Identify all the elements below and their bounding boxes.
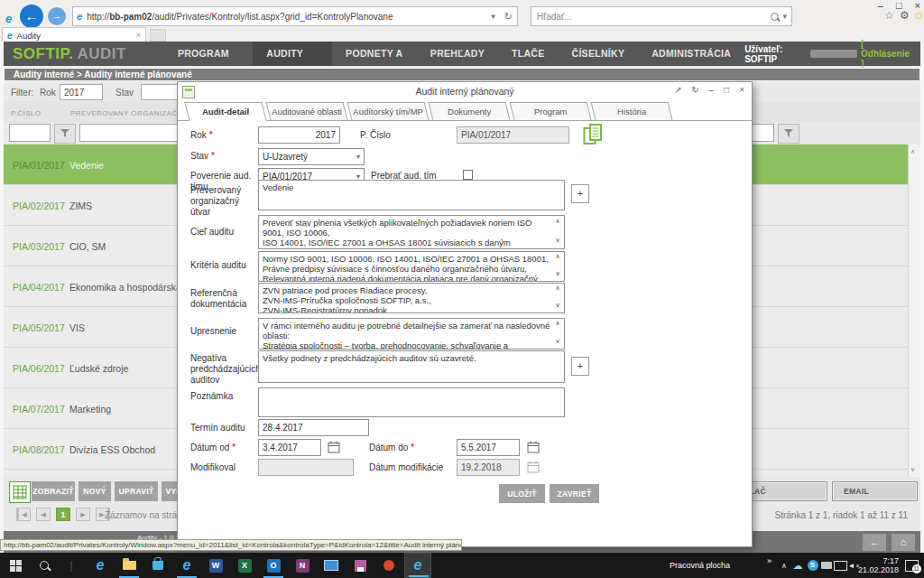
tab-dokumenty[interactable]: Dokumenty <box>429 102 511 120</box>
menu-program-auditov[interactable]: PROGRAM AUDITOV <box>164 42 253 66</box>
address-bar[interactable]: e http://bb-pam02/audit/Privates/Kontrol… <box>72 6 518 26</box>
email-button[interactable]: EMAIL <box>832 481 918 501</box>
rok-filter-input[interactable]: 2017 <box>60 84 103 100</box>
rok-input[interactable]: 2017 <box>258 126 340 144</box>
scroll-up-icon[interactable]: ∧ <box>910 148 915 155</box>
save-button[interactable]: ULOŽIŤ <box>499 484 545 503</box>
utvar-add-button[interactable]: + <box>571 184 589 203</box>
new-tab-button[interactable] <box>150 29 166 42</box>
grid-scrollbar[interactable]: ∧ ∨ <box>908 144 920 477</box>
taskbar-disk-icon[interactable] <box>346 553 374 578</box>
close-dialog-button[interactable]: ZAVRIEŤ <box>550 484 599 503</box>
upravit-button[interactable]: UPRAVIŤ <box>115 481 158 501</box>
taskbar-overflow-icon[interactable]: » <box>767 556 772 565</box>
forward-button[interactable]: → <box>48 7 66 25</box>
datum-do-input[interactable]: 5.5.2017 <box>457 439 520 456</box>
browser-search-input[interactable]: Hľadať... ▾ <box>531 6 792 26</box>
copy-document-icon[interactable] <box>583 123 603 150</box>
desktop-label[interactable]: Pracovná plocha <box>670 561 730 570</box>
favorites-star-icon[interactable]: ☆ <box>884 9 894 22</box>
action-center-icon[interactable]: 11 <box>902 553 920 578</box>
negativa-textarea[interactable]: Všetky podnety z predchádzajúcich audito… <box>258 350 565 383</box>
start-button[interactable] <box>2 553 29 578</box>
datum-od-input[interactable]: 3.4.2017 <box>258 439 321 456</box>
footer-home-button[interactable]: ⌂ <box>892 534 915 551</box>
calendar-icon[interactable] <box>527 441 541 453</box>
tab-close-icon[interactable]: × <box>136 31 141 40</box>
taskbar-search-button[interactable] <box>31 553 58 578</box>
taskbar-edge-icon[interactable]: e <box>87 553 114 578</box>
first-page-button[interactable]: ◀ <box>16 508 31 521</box>
footer-back-button[interactable]: ← <box>863 534 886 551</box>
termin-input[interactable]: 28.4.2017 <box>258 419 369 436</box>
menu-ciselniky[interactable]: ČÍSELNÍKY <box>559 42 639 66</box>
utvar-textarea[interactable]: Vedenie <box>258 180 565 210</box>
current-page-button[interactable]: 1 <box>56 508 70 521</box>
dialog-maximize-icon[interactable]: □ <box>724 85 729 95</box>
tray-display-icon[interactable] <box>833 553 847 578</box>
taskbar-clock[interactable]: 7:1721.02.2018 <box>859 553 901 578</box>
menu-audity-interne[interactable]: AUDITY INTERNÉ <box>253 42 332 66</box>
taskbar-computer-icon[interactable] <box>318 553 345 578</box>
browser-tab-audity[interactable]: e Audity × <box>2 27 146 42</box>
ciel-textarea[interactable]: Preveriť stav plnenia všetkých aplikovat… <box>258 215 565 249</box>
menu-administracia[interactable]: ADMINISTRÁCIA <box>638 42 744 66</box>
logout-link[interactable]: [ Odhlásenie ] <box>861 39 911 69</box>
novy-button[interactable]: NOVÝ <box>79 481 111 501</box>
taskbar-word-icon[interactable]: W <box>202 553 229 578</box>
ref-textarea[interactable]: ZVN patriace pod proces Riadiace procesy… <box>258 283 565 313</box>
column-header-pcislo[interactable]: P.ČÍSLO <box>11 109 41 117</box>
menu-tlace[interactable]: TLAČE <box>498 42 559 66</box>
taskbar-active-app-icon[interactable]: e <box>404 553 431 578</box>
search-dropdown-icon[interactable]: ▾ <box>782 12 787 21</box>
settings-gear-icon[interactable]: ⚙ <box>900 9 910 22</box>
poznamka-textarea[interactable] <box>258 387 565 417</box>
skype-icon[interactable]: S <box>806 553 819 578</box>
upres-textarea[interactable]: V rámci interného auditu je potrebné det… <box>258 318 565 350</box>
tab-program[interactable]: Program <box>510 102 592 120</box>
pin-icon[interactable]: ⊸ <box>671 84 684 97</box>
onedrive-cloud-icon[interactable]: ☁ <box>790 553 805 578</box>
dialog-refresh-icon[interactable]: ↻ <box>691 85 698 95</box>
prev-page-button[interactable]: ◀ <box>36 508 51 521</box>
code-column-filter-input[interactable] <box>9 124 51 142</box>
kriteria-textarea[interactable]: Normy ISO 9001, ISO 10006, ISO 14001, IS… <box>258 251 565 282</box>
tab-audit-detail[interactable]: Audit-detail <box>184 102 266 121</box>
dialog-minimize-icon[interactable]: – <box>709 85 715 95</box>
stav-select[interactable]: U-Uzavretý▾ <box>258 148 365 165</box>
search-icon[interactable] <box>771 13 779 21</box>
zobrazit-button[interactable]: ZOBRAZIŤ <box>32 481 75 501</box>
menu-prehlady[interactable]: PREHĽADY <box>417 42 498 66</box>
tray-chevron-icon[interactable]: ∧ <box>778 553 790 578</box>
dialog-close-icon[interactable]: × <box>739 85 744 95</box>
tab-auditovane-oblasti[interactable]: Auditované oblasti <box>266 102 348 120</box>
ref-scroll-arrows[interactable]: ∧∨ <box>553 284 562 308</box>
tab-historia[interactable]: História <box>591 102 673 120</box>
taskbar-outlook-icon[interactable]: O <box>260 553 287 578</box>
excel-export-button[interactable] <box>9 481 31 503</box>
refresh-icon[interactable]: ↻ <box>500 11 517 23</box>
dialog-titlebar[interactable]: Audit interný plánovaný ⊸ ↻ – □ × <box>178 82 752 101</box>
negativa-add-button[interactable]: + <box>571 357 589 376</box>
tab-auditorsky-tim[interactable]: Audítorský tím/MP <box>347 102 430 120</box>
code-filter-funnel-button[interactable] <box>54 124 76 144</box>
kriteria-scroll-arrows[interactable]: ∧∨ <box>553 253 562 276</box>
name-filter-funnel-button[interactable] <box>778 124 799 144</box>
next-page-button[interactable]: ▶ <box>76 508 90 521</box>
url-dropdown-icon[interactable]: ▾ <box>486 12 500 21</box>
menu-podnety[interactable]: PODNETY A NO/PO <box>332 42 417 66</box>
taskbar-onenote-icon[interactable]: N <box>289 553 316 578</box>
feedback-smiley-icon[interactable]: ☺ <box>913 9 924 22</box>
taskbar-app-icon[interactable] <box>375 553 402 578</box>
calendar-icon[interactable] <box>328 441 341 453</box>
ciel-scroll-arrows[interactable]: ∧∨ <box>553 218 562 243</box>
taskbar-excel-icon[interactable]: X <box>231 553 258 578</box>
taskbar-file-explorer-icon[interactable] <box>116 553 143 578</box>
tray-device-icon[interactable] <box>819 553 833 578</box>
scroll-down-icon[interactable]: ∨ <box>910 466 915 473</box>
prebrat-checkbox[interactable] <box>463 170 473 180</box>
window-minimize-button[interactable]: – <box>878 0 883 11</box>
taskbar-ie-icon[interactable]: e <box>173 553 200 578</box>
upres-scroll-arrows[interactable]: ∧∨ <box>553 320 562 344</box>
back-button[interactable]: ← <box>20 5 43 28</box>
